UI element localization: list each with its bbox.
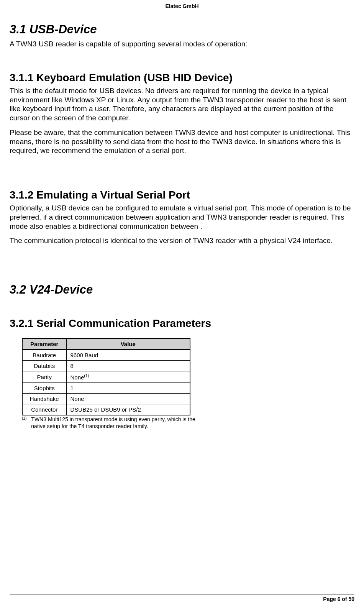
table-cell-parameter: Handshake [22, 394, 66, 404]
table-row: ConnectorDSUB25 or DSUB9 or PS/2 [22, 404, 190, 415]
table-row: Databits8 [22, 361, 190, 371]
table-cell-value: None [66, 394, 190, 404]
table-cell-parameter: Connector [22, 404, 66, 415]
superscript-note: (1) [84, 373, 89, 378]
heading-3-2: 3.2 V24-Device [10, 283, 354, 297]
table-cell-parameter: Databits [22, 361, 66, 371]
paragraph: Please be aware, that the communication … [10, 128, 354, 155]
table-cell-parameter: Baudrate [22, 350, 66, 361]
table-footnote: (1) TWN3 Multi125 in transparent mode is… [22, 416, 208, 430]
paragraph: A TWN3 USB reader is capable of supporti… [10, 39, 354, 49]
table-cell-parameter: Stopbits [22, 383, 66, 394]
table-cell-value: 8 [66, 361, 190, 371]
page-footer: Page 6 of 50 [10, 594, 354, 602]
heading-3-2-1: 3.2.1 Serial Communication Parameters [10, 317, 354, 330]
paragraph: This is the default mode for USB devices… [10, 86, 354, 123]
table-header-parameter: Parameter [22, 338, 66, 350]
table-header-value: Value [66, 338, 190, 350]
footnote-text: TWN3 Multi125 in transparent mode is usi… [31, 416, 208, 430]
parameters-table-wrapper: Parameter Value Baudrate9600 BaudDatabit… [22, 338, 354, 430]
footnote-mark: (1) [22, 416, 31, 430]
table-row: Baudrate9600 Baud [22, 350, 190, 361]
table-row: HandshakeNone [22, 394, 190, 404]
page-header: Elatec GmbH [10, 0, 354, 11]
table-header-row: Parameter Value [22, 338, 190, 350]
table-cell-value: 1 [66, 383, 190, 394]
table-row: ParityNone(1) [22, 371, 190, 383]
table-cell-value: None(1) [66, 371, 190, 383]
table-cell-value: DSUB25 or DSUB9 or PS/2 [66, 404, 190, 415]
table-row: Stopbits1 [22, 383, 190, 394]
heading-3-1-2: 3.1.2 Emulating a Virtual Serial Port [10, 189, 354, 201]
paragraph: Optionally, a USB device can be configur… [10, 204, 354, 231]
parameters-table: Parameter Value Baudrate9600 BaudDatabit… [22, 338, 190, 415]
table-cell-parameter: Parity [22, 371, 66, 383]
heading-3-1-1: 3.1.1 Keyboard Emulation (USB HID Device… [10, 72, 354, 84]
table-cell-value: 9600 Baud [66, 350, 190, 361]
heading-3-1: 3.1 USB-Device [10, 23, 354, 36]
paragraph: The communication protocol is identical … [10, 236, 354, 245]
